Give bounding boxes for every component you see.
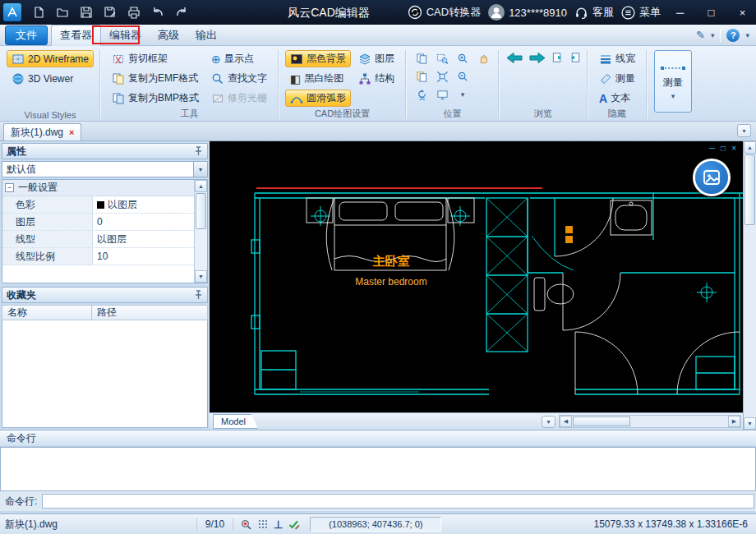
service-button[interactable]: 客服 — [574, 5, 614, 20]
redo-button[interactable] — [169, 2, 193, 22]
button-text[interactable]: A 文本 — [594, 90, 640, 107]
button-show-points[interactable]: ⊕ 显示点 — [206, 50, 272, 67]
minimize-button[interactable]: ─ — [668, 2, 692, 22]
column-name[interactable]: 名称 — [2, 305, 92, 320]
model-bar-chevron-button[interactable]: ▾ — [542, 416, 555, 428]
command-history-area[interactable] — [0, 447, 756, 491]
tab-output[interactable]: 输出 — [187, 25, 225, 45]
property-row-color[interactable]: 色彩 以图层 — [2, 196, 194, 214]
property-label: 线型比例 — [2, 248, 93, 265]
close-button[interactable]: × — [731, 2, 754, 22]
zoom-out-button[interactable] — [454, 68, 472, 85]
document-tab[interactable]: 新块(1).dwg × — [3, 123, 81, 140]
view-back-button[interactable] — [505, 52, 523, 64]
pin-icon[interactable] — [194, 146, 203, 156]
button-bw-drawing[interactable]: ◧ 黑白绘图 — [285, 70, 351, 87]
scrollbar-thumb[interactable] — [744, 154, 755, 225]
mdi-minimize-icon[interactable]: ─ — [709, 144, 715, 153]
button-smooth-arc[interactable]: 圆滑弧形 — [285, 90, 351, 107]
button-find-text[interactable]: 查找文字 — [206, 70, 272, 87]
menu-button[interactable]: 菜单 — [621, 5, 661, 20]
small-label-mark — [565, 236, 573, 243]
property-row-layer[interactable]: 图层 0 — [2, 214, 194, 231]
canvas-vertical-scrollbar[interactable]: ▲ ▼ — [743, 141, 756, 430]
tab-advanced[interactable]: 高级 — [150, 25, 187, 45]
pencil-dropdown-icon[interactable]: ▾ — [711, 31, 715, 39]
edit-check-icon[interactable] — [288, 518, 300, 531]
scroll-right-icon[interactable]: ▶ — [728, 416, 740, 427]
scroll-left-icon[interactable]: ◀ — [560, 416, 572, 427]
mdi-close-icon[interactable]: × — [731, 144, 736, 153]
preset-dropdown-arrow-icon[interactable]: ▾ — [193, 162, 207, 177]
property-row-ltscale[interactable]: 线型比例 10 — [2, 248, 194, 265]
column-path[interactable]: 路径 — [92, 305, 208, 320]
prev-page-button[interactable] — [551, 52, 564, 64]
clip-frame-label: 剪切框架 — [128, 52, 168, 66]
collapse-box-icon[interactable]: − — [5, 183, 14, 192]
tab-file[interactable]: 文件 — [5, 25, 48, 45]
drawing-canvas[interactable]: ─ □ × — [210, 141, 743, 412]
ortho-mode-icon[interactable]: ⊥ — [274, 518, 283, 531]
snap-grid-icon[interactable] — [257, 518, 269, 530]
property-group-row[interactable]: − 一般设置 — [2, 180, 194, 196]
scrollbar-thumb[interactable] — [573, 417, 630, 426]
pin-icon[interactable] — [194, 290, 203, 300]
button-clip-frame[interactable]: 剪切框架 — [107, 50, 204, 67]
zoom-extents-button[interactable] — [433, 68, 451, 85]
full-screen-button[interactable] — [433, 86, 451, 103]
floating-convert-button[interactable] — [693, 159, 731, 196]
property-label: 图层 — [2, 214, 93, 230]
save-as-button[interactable] — [98, 2, 122, 22]
docbar-chevron-button[interactable]: ▾ — [737, 124, 751, 137]
help-button[interactable]: ? — [726, 29, 740, 42]
button-copy-bmp[interactable]: 复制为BMP格式 — [107, 90, 204, 107]
zoom-window-button[interactable] — [433, 50, 451, 67]
button-black-background[interactable]: 黑色背景 — [285, 50, 351, 67]
favorites-list[interactable] — [2, 320, 208, 428]
button-measure[interactable]: 测量 — [594, 70, 640, 87]
scroll-up-icon[interactable]: ▲ — [195, 180, 207, 192]
save-button[interactable] — [74, 2, 98, 22]
copy-view-button[interactable] — [413, 50, 431, 67]
button-line-width[interactable]: 线宽 — [594, 50, 640, 67]
document-tab-close-icon[interactable]: × — [69, 128, 74, 137]
scrollbar-thumb[interactable] — [196, 193, 206, 229]
paste-view-button[interactable] — [413, 68, 431, 85]
account-button[interactable]: 123****8910 — [488, 4, 567, 21]
zoom-in-button[interactable] — [454, 50, 472, 67]
show-points-icon: ⊕ — [211, 53, 221, 65]
button-layers[interactable]: 图层 — [353, 50, 399, 67]
maximize-button[interactable]: □ — [699, 2, 723, 22]
preset-dropdown[interactable]: 默认值 ▾ — [2, 161, 208, 177]
print-button[interactable] — [122, 2, 145, 22]
view-forward-button[interactable] — [528, 52, 546, 64]
pencil-icon[interactable]: ✎ — [696, 29, 705, 41]
button-2d-wireframe[interactable]: 2D Wireframe — [7, 50, 94, 67]
ribbon-collapse-icon[interactable]: ▾ — [745, 31, 749, 39]
pan-button[interactable] — [474, 50, 492, 67]
property-row-linetype[interactable]: 线型 以图层 — [2, 231, 194, 248]
open-file-button[interactable] — [50, 2, 74, 22]
button-3d-viewer[interactable]: 3D Viewer — [7, 70, 94, 87]
scroll-down-icon[interactable]: ▼ — [744, 417, 756, 430]
new-file-button[interactable] — [26, 2, 50, 22]
scroll-up-icon[interactable]: ▲ — [744, 141, 756, 154]
rotate-view-button[interactable]: 35 — [413, 86, 431, 103]
canvas-horizontal-scrollbar[interactable]: ◀ ▶ — [559, 415, 741, 428]
sc roll-down-icon[interactable]: ▼ — [195, 270, 207, 283]
model-tab[interactable]: Model — [213, 414, 258, 429]
button-copy-emf[interactable]: 复制为EMF格式 — [107, 70, 204, 87]
layers-label: 图层 — [375, 52, 394, 66]
cad-converter-button[interactable]: CAD转换器 — [408, 5, 481, 20]
command-input[interactable] — [42, 494, 754, 509]
big-measure-button[interactable]: 测量 ▾ — [654, 50, 692, 113]
status-zoom-icon[interactable] — [240, 518, 252, 531]
position-more-button[interactable]: ▾ — [454, 86, 472, 103]
avatar — [488, 4, 505, 21]
button-structure[interactable]: 结构 — [353, 70, 399, 87]
status-filename: 新块(1).dwg — [0, 518, 197, 532]
mdi-restore-icon[interactable]: □ — [721, 144, 726, 153]
next-page-button[interactable] — [569, 52, 581, 64]
undo-button[interactable] — [145, 2, 169, 22]
property-grid-scrollbar[interactable]: ▲ ▼ — [194, 180, 207, 283]
